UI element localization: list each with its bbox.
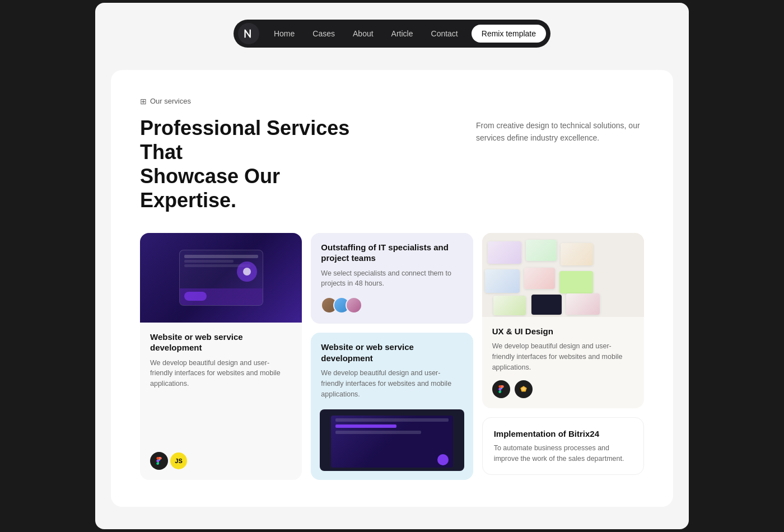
tile-7 — [493, 296, 526, 315]
card4-body: UX & UI Design We develop beautiful desi… — [482, 317, 644, 409]
card-bitrix24: Implementation of Bitrix24 To automate b… — [482, 417, 644, 475]
nav-logo — [238, 23, 259, 44]
card4-desc: We develop beautiful design and user-fri… — [492, 341, 634, 372]
browser-frame: Home Cases About Article Contact Remix t… — [95, 3, 689, 530]
nav-link-cases[interactable]: Cases — [305, 26, 343, 41]
cards-grid: Website or web service development We de… — [140, 233, 644, 480]
card5-title: Implementation of Bitrix24 — [494, 429, 632, 438]
avatar-3 — [346, 297, 362, 314]
section-tag: ⊞ Our services — [140, 97, 644, 106]
tile-2 — [526, 240, 557, 261]
tile-6 — [559, 271, 593, 293]
tablet-mockup-wrapper — [311, 409, 473, 480]
card-ux-ui: UX & UI Design We develop beautiful desi… — [482, 233, 644, 409]
tablet-mockup — [320, 409, 464, 471]
card2-title: Outstaffing of IT specialists and projec… — [321, 242, 463, 264]
main-card: ⊞ Our services Professional Services Tha… — [111, 70, 673, 507]
tablet-bar-accent — [335, 424, 396, 428]
tile-5 — [524, 268, 555, 289]
card5-desc: To automate business processes and impro… — [494, 443, 632, 464]
card3-title: Website or web service development — [321, 342, 463, 363]
nav-link-about[interactable]: About — [345, 26, 381, 41]
sketch-icon-badge — [515, 380, 533, 398]
nav-link-article[interactable]: Article — [384, 26, 421, 41]
tool-badges — [492, 380, 634, 398]
mockup-collection — [482, 233, 644, 317]
tag-text: Our services — [150, 97, 191, 105]
card-mockup-dark — [140, 233, 302, 323]
section-description: From creative design to technical soluti… — [476, 116, 644, 144]
section-header: Professional Services That Showcase Our … — [140, 116, 644, 213]
avatar-group — [321, 297, 463, 314]
card1-body: Website or web service development We de… — [140, 323, 302, 480]
card-website-dev-center: Website or web service development We de… — [311, 333, 473, 480]
card3-desc: We develop beautiful design and user-fri… — [321, 368, 463, 399]
card1-badges: JS — [150, 452, 292, 470]
tablet-screen — [331, 416, 454, 468]
js-badge: JS — [170, 452, 187, 469]
tile-9 — [566, 293, 600, 315]
figma-badge — [150, 452, 168, 470]
card1-desc: We develop beautiful design and user-fri… — [150, 358, 292, 445]
section-title: Professional Services That Showcase Our … — [140, 116, 375, 213]
right-column: UX & UI Design We develop beautiful desi… — [482, 233, 644, 480]
card4-title: UX & UI Design — [492, 326, 634, 337]
card3-body: Website or web service development We de… — [311, 333, 473, 409]
card2-desc: We select specialists and connect them t… — [321, 268, 463, 290]
tile-3 — [561, 243, 593, 265]
center-column: Outstaffing of IT specialists and projec… — [311, 233, 473, 480]
left-column: Website or web service development We de… — [140, 233, 302, 480]
tablet-bar-1 — [335, 418, 449, 422]
tablet-bar-2 — [335, 431, 421, 434]
tile-4 — [485, 269, 520, 293]
nav-link-home[interactable]: Home — [266, 26, 302, 41]
card-website-dev-left: Website or web service development We de… — [140, 233, 302, 480]
nav-link-contact[interactable]: Contact — [423, 26, 466, 41]
card-outstaffing: Outstaffing of IT specialists and projec… — [311, 233, 473, 324]
figma-icon-badge — [492, 380, 510, 398]
card2-body: Outstaffing of IT specialists and projec… — [311, 233, 473, 324]
tile-8 — [531, 295, 562, 315]
nav-inner: Home Cases About Article Contact Remix t… — [234, 20, 550, 48]
card1-title: Website or web service development — [150, 332, 292, 353]
tag-icon: ⊞ — [140, 97, 147, 106]
remix-template-button[interactable]: Remix template — [472, 25, 546, 43]
tile-1 — [488, 241, 521, 264]
navbar: Home Cases About Article Contact Remix t… — [95, 20, 689, 48]
